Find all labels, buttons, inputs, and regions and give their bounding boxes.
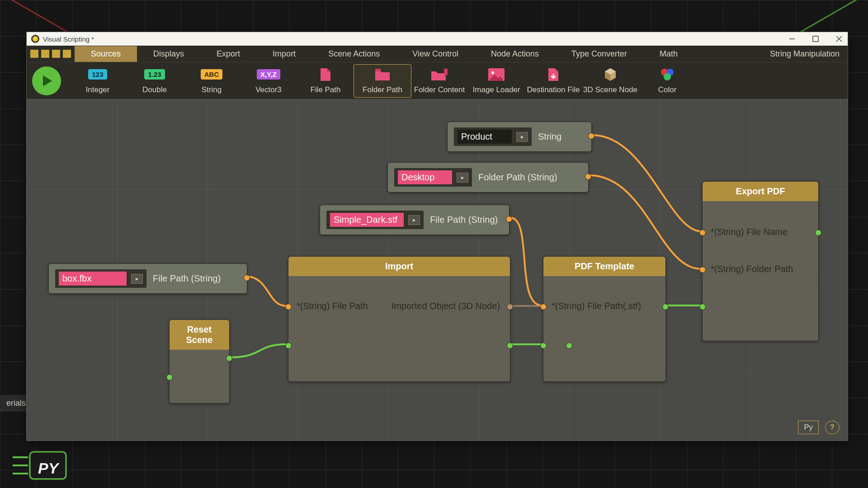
menubar: Sources Displays Export Import Scene Act…: [27, 46, 848, 62]
ribbon-double[interactable]: 1.23 Double: [126, 65, 183, 97]
reset-in-exec-port[interactable]: [166, 374, 173, 380]
node-import[interactable]: Import *(String) File Path Imported Obje…: [288, 256, 510, 382]
product-type-label: String: [538, 131, 561, 142]
file-icons[interactable]: [27, 50, 75, 58]
ribbon-vector3[interactable]: X,Y,Z Vector3: [240, 65, 297, 97]
minimize-button[interactable]: [788, 35, 796, 43]
import-in-exec-port[interactable]: [285, 343, 292, 349]
pdf-template-in-exec-port[interactable]: [540, 343, 547, 349]
node-pdf-template[interactable]: PDF Template *(String) File Path(.stf): [543, 256, 666, 382]
run-button[interactable]: [32, 66, 61, 95]
ribbon-image-loader[interactable]: Image Loader: [468, 65, 525, 97]
ribbon-folder-content[interactable]: Folder Content: [411, 65, 468, 97]
pdf-template-in-port[interactable]: [540, 304, 547, 310]
export-pdf-filename-label: *(String) File Name: [711, 227, 788, 237]
svg-text:PY: PY: [38, 460, 60, 477]
tab-displays[interactable]: Displays: [137, 46, 200, 62]
simpledark-out-port[interactable]: [506, 216, 512, 222]
svg-rect-10: [375, 69, 381, 71]
export-pdf-folder-port[interactable]: [699, 267, 706, 273]
ribbon-destination-file[interactable]: Destination File: [525, 65, 582, 97]
boxfbx-out-port[interactable]: [244, 275, 250, 281]
boxfbx-picker-icon[interactable]: ▸: [131, 274, 143, 284]
folder-content-icon: [430, 67, 448, 82]
boxfbx-type-label: File Path (String): [153, 273, 221, 284]
save-as-icon[interactable]: [63, 50, 71, 58]
desktop-picker-icon[interactable]: ▸: [457, 173, 468, 183]
tab-type-converter[interactable]: Type Converter: [555, 46, 643, 62]
python-badge: PY: [9, 444, 68, 484]
tab-scene-actions[interactable]: Scene Actions: [312, 46, 396, 62]
ribbon-3d-scene-node[interactable]: 3D Scene Node: [582, 65, 639, 97]
tab-import[interactable]: Import: [256, 46, 312, 62]
svg-point-13: [491, 71, 494, 74]
image-loader-icon: [487, 67, 505, 82]
node-product-string[interactable]: Product ▸ String: [447, 122, 592, 152]
export-pdf-in-exec-port[interactable]: [699, 304, 706, 310]
save-file-icon[interactable]: [52, 50, 60, 58]
tab-node-actions[interactable]: Node Actions: [475, 46, 555, 62]
reset-out-exec-port[interactable]: [226, 355, 232, 361]
help-button[interactable]: ?: [825, 421, 840, 434]
product-picker-icon[interactable]: ▸: [516, 132, 528, 142]
reset-scene-title: Reset Scene: [170, 320, 229, 350]
graph-canvas[interactable]: Product ▸ String Desktop ▸ Folder Path (…: [27, 99, 848, 441]
pdf-template-out-exec-top[interactable]: [662, 304, 669, 310]
product-out-port[interactable]: [588, 133, 594, 139]
import-out-exec-port[interactable]: [507, 343, 513, 349]
file-path-icon: [316, 67, 335, 82]
tab-export[interactable]: Export: [200, 46, 256, 62]
import-out-label: Imported Object (3D Node): [392, 301, 500, 311]
import-out-port[interactable]: [507, 304, 513, 310]
simpledark-picker-icon[interactable]: ▸: [408, 215, 420, 225]
ribbon-string[interactable]: ABC String: [183, 65, 240, 97]
app-logo-icon: [31, 35, 39, 43]
svg-rect-6: [813, 36, 818, 42]
ribbon-folder-path[interactable]: Folder Path: [354, 65, 411, 97]
window-title: Visual Scripting *: [43, 35, 94, 43]
export-pdf-folderpath-label: *(String) Folder Path: [711, 264, 793, 274]
tab-string-manipulation[interactable]: String Manipulation: [754, 46, 848, 62]
scene-node-icon: [601, 67, 619, 82]
color-icon: [658, 67, 676, 82]
destination-file-icon: [544, 67, 562, 82]
ribbon-color[interactable]: Color: [639, 65, 696, 97]
import-in-label: *(String) File Path: [297, 301, 368, 311]
python-toggle-button[interactable]: Py: [798, 421, 819, 434]
desktop-out-port[interactable]: [585, 174, 591, 180]
node-simpledark-file[interactable]: Simple_Dark.stf ▸ File Path (String): [320, 205, 509, 235]
node-boxfbx-file[interactable]: box.fbx ▸ File Path (String): [48, 263, 247, 294]
folder-path-icon: [373, 67, 392, 82]
import-title: Import: [288, 257, 510, 276]
export-pdf-filename-port[interactable]: [699, 230, 706, 236]
svg-rect-11: [444, 69, 448, 75]
node-export-pdf[interactable]: Export PDF *(String) File Name *(String)…: [702, 181, 819, 341]
product-value[interactable]: Product: [458, 130, 512, 144]
pdf-template-title: PDF Template: [543, 257, 665, 276]
tab-math[interactable]: Math: [643, 46, 694, 62]
tab-sources[interactable]: Sources: [75, 46, 137, 62]
maximize-button[interactable]: [811, 35, 820, 43]
new-file-icon[interactable]: [30, 50, 38, 58]
svg-point-16: [664, 73, 671, 80]
desktop-type-label: Folder Path (String): [478, 172, 557, 183]
boxfbx-value[interactable]: box.fbx: [59, 272, 127, 286]
export-pdf-out-port[interactable]: [815, 230, 821, 236]
node-reset-scene[interactable]: Reset Scene: [169, 319, 230, 404]
simpledark-type-label: File Path (String): [430, 215, 498, 225]
titlebar: Visual Scripting *: [27, 32, 848, 46]
open-file-icon[interactable]: [41, 50, 49, 58]
ribbon: 123 Integer 1.23 Double ABC String X,Y,Z…: [27, 62, 848, 99]
desktop-value[interactable]: Desktop: [398, 170, 452, 184]
visual-scripting-window: Visual Scripting * Sources Displays Expo…: [26, 32, 848, 441]
ribbon-integer[interactable]: 123 Integer: [69, 65, 126, 97]
simpledark-value[interactable]: Simple_Dark.stf: [330, 213, 404, 227]
pdf-template-exec-port2[interactable]: [566, 343, 572, 349]
tab-view-control[interactable]: View Control: [396, 46, 475, 62]
close-button[interactable]: [835, 35, 843, 43]
pdf-template-in-label: *(String) File Path(.stf): [552, 301, 641, 311]
import-in-port[interactable]: [285, 304, 292, 310]
export-pdf-title: Export PDF: [703, 182, 818, 201]
ribbon-file-path[interactable]: File Path: [297, 65, 354, 97]
node-desktop-folder[interactable]: Desktop ▸ Folder Path (String): [387, 162, 589, 192]
